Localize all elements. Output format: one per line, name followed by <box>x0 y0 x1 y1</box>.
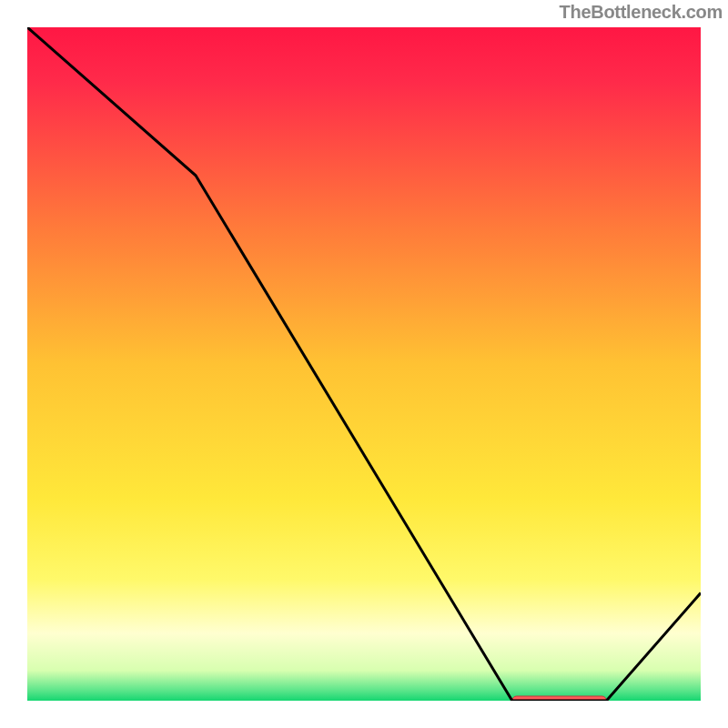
bottleneck-chart <box>27 27 701 701</box>
watermark-text: TheBottleneck.com <box>560 2 723 23</box>
chart-container <box>27 27 701 701</box>
chart-background <box>27 27 701 701</box>
